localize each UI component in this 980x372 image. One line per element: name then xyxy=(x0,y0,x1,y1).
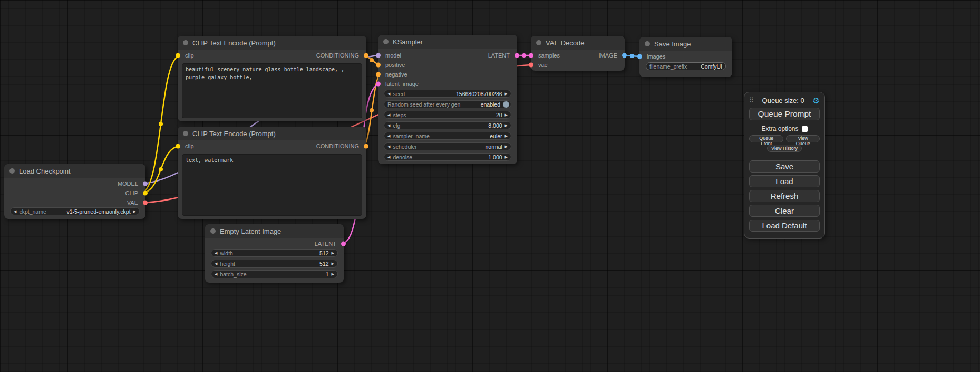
widget-width[interactable]: ◀ width 512 ▶ xyxy=(211,249,338,257)
model-input-socket[interactable] xyxy=(376,53,381,58)
toggle-knob-icon[interactable] xyxy=(503,101,509,108)
negative-prompt-textarea[interactable]: text, watermark xyxy=(182,154,362,216)
collapse-dot-icon[interactable] xyxy=(183,131,188,136)
widget-cfg[interactable]: ◀ cfg 8.000 ▶ xyxy=(384,121,511,129)
increment-icon[interactable]: ▶ xyxy=(505,92,508,96)
widget-value: 512 xyxy=(319,261,329,267)
increment-icon[interactable]: ▶ xyxy=(505,155,508,159)
decrement-icon[interactable]: ◀ xyxy=(14,209,16,213)
widget-height[interactable]: ◀ height 512 ▶ xyxy=(211,260,338,268)
node-title-bar[interactable]: Empty Latent Image xyxy=(205,224,344,238)
decrement-icon[interactable]: ◀ xyxy=(215,272,217,276)
slot-row: images xyxy=(639,52,732,61)
latent-image-input-socket[interactable] xyxy=(376,82,381,87)
image-output-socket[interactable] xyxy=(622,53,627,58)
node-title-bar[interactable]: VAE Decode xyxy=(531,36,625,50)
collapse-dot-icon[interactable] xyxy=(9,168,15,174)
output-slot-latent: LATENT xyxy=(205,239,344,249)
increment-icon[interactable]: ▶ xyxy=(332,262,334,265)
widget-denoise[interactable]: ◀ denoise 1.000 ▶ xyxy=(384,153,511,161)
positive-input-socket[interactable] xyxy=(376,63,381,68)
collapse-dot-icon[interactable] xyxy=(536,40,541,45)
latent-output-socket[interactable] xyxy=(515,53,519,58)
decrement-icon[interactable]: ◀ xyxy=(387,92,390,96)
wire-dot-clip-positive xyxy=(159,122,163,126)
slot-label-conditioning: CONDITIONING xyxy=(316,143,359,149)
slot-label-conditioning: CONDITIONING xyxy=(316,52,359,59)
slot-label-latent: LATENT xyxy=(488,52,510,59)
node-clip-text-encode-negative[interactable]: CLIP Text Encode (Prompt) clip CONDITION… xyxy=(178,127,366,219)
increment-icon[interactable]: ▶ xyxy=(505,134,508,138)
widget-scheduler[interactable]: ◀ scheduler normal ▶ xyxy=(384,142,511,150)
widget-ckpt-name[interactable]: ◀ ckpt_name v1-5-pruned-emaonly.ckpt ▶ xyxy=(10,207,140,215)
extra-options-checkbox[interactable] xyxy=(802,126,808,132)
widget-batch-size[interactable]: ◀ batch_size 1 ▶ xyxy=(211,270,338,278)
clip-output-socket[interactable] xyxy=(143,191,148,196)
node-vae-decode[interactable]: VAE Decode samples IMAGE vae xyxy=(531,36,625,71)
node-save-image[interactable]: Save Image images filename_prefix ComfyU… xyxy=(639,37,732,77)
vae-input-socket[interactable] xyxy=(529,63,533,68)
collapse-dot-icon[interactable] xyxy=(645,41,650,46)
settings-gear-icon[interactable]: ⚙ xyxy=(813,97,820,104)
decrement-icon[interactable]: ◀ xyxy=(387,145,390,148)
decrement-icon[interactable]: ◀ xyxy=(387,113,390,117)
slot-label-clip: clip xyxy=(185,143,194,149)
decrement-icon[interactable]: ◀ xyxy=(387,134,390,138)
node-load-checkpoint[interactable]: Load Checkpoint MODEL CLIP VAE ◀ ckpt_na… xyxy=(4,164,145,219)
increment-icon[interactable]: ▶ xyxy=(505,145,508,148)
increment-icon[interactable]: ▶ xyxy=(133,209,136,213)
clear-button[interactable]: Clear xyxy=(749,205,820,217)
queue-prompt-button[interactable]: Queue Prompt xyxy=(749,108,820,120)
increment-icon[interactable]: ▶ xyxy=(505,123,508,127)
output-slot-model: MODEL xyxy=(4,179,145,188)
collapse-dot-icon[interactable] xyxy=(210,228,216,234)
drag-handle-icon[interactable]: ⠿ xyxy=(749,97,754,104)
node-ksampler[interactable]: KSampler model LATENT positive negative … xyxy=(378,35,517,164)
increment-icon[interactable]: ▶ xyxy=(332,272,334,276)
output-slot-clip: CLIP xyxy=(4,188,145,198)
increment-icon[interactable]: ▶ xyxy=(505,113,508,117)
refresh-button[interactable]: Refresh xyxy=(749,190,820,202)
node-title-bar[interactable]: CLIP Text Encode (Prompt) xyxy=(178,127,366,140)
clip-input-socket[interactable] xyxy=(176,53,180,58)
widget-label: steps xyxy=(393,112,406,118)
queue-front-button[interactable]: Queue Front xyxy=(749,135,783,142)
node-graph-canvas[interactable]: Load Checkpoint MODEL CLIP VAE ◀ ckpt_na… xyxy=(0,0,980,372)
node-title-bar[interactable]: KSampler xyxy=(378,35,517,49)
decrement-icon[interactable]: ◀ xyxy=(387,155,390,159)
clip-input-socket[interactable] xyxy=(176,144,180,149)
latent-output-socket[interactable] xyxy=(341,242,346,246)
node-clip-text-encode-positive[interactable]: CLIP Text Encode (Prompt) clip CONDITION… xyxy=(178,36,366,121)
node-title-bar[interactable]: CLIP Text Encode (Prompt) xyxy=(178,36,366,50)
view-queue-button[interactable]: View Queue xyxy=(786,135,820,142)
slot-label: MODEL xyxy=(118,180,138,187)
view-history-button[interactable]: View History xyxy=(767,145,802,152)
positive-prompt-textarea[interactable]: beautiful scenery nature glass bottle la… xyxy=(182,63,362,118)
decrement-icon[interactable]: ◀ xyxy=(387,123,390,127)
widget-seed[interactable]: ◀ seed 156680208700286 ▶ xyxy=(384,90,511,98)
conditioning-output-socket[interactable] xyxy=(364,53,368,58)
node-title: Save Image xyxy=(654,40,691,48)
vae-output-socket[interactable] xyxy=(143,201,148,205)
node-title-bar[interactable]: Save Image xyxy=(639,37,732,51)
save-button[interactable]: Save xyxy=(749,160,820,173)
collapse-dot-icon[interactable] xyxy=(383,39,389,44)
samples-input-socket[interactable] xyxy=(529,53,533,58)
widget-steps[interactable]: ◀ steps 20 ▶ xyxy=(384,111,511,119)
widget-random-seed-toggle[interactable]: Random seed after every gen enabled xyxy=(384,100,511,108)
widget-label: Random seed after every gen xyxy=(387,101,460,108)
widget-filename-prefix[interactable]: filename_prefix ComfyUI xyxy=(646,62,726,70)
negative-input-socket[interactable] xyxy=(376,72,381,77)
node-title-bar[interactable]: Load Checkpoint xyxy=(4,164,145,178)
collapse-dot-icon[interactable] xyxy=(183,40,188,45)
increment-icon[interactable]: ▶ xyxy=(332,251,334,255)
decrement-icon[interactable]: ◀ xyxy=(215,262,217,265)
widget-sampler-name[interactable]: ◀ sampler_name euler ▶ xyxy=(384,132,511,140)
decrement-icon[interactable]: ◀ xyxy=(215,251,217,255)
conditioning-output-socket[interactable] xyxy=(364,144,368,149)
model-output-socket[interactable] xyxy=(143,182,148,186)
images-input-socket[interactable] xyxy=(637,54,642,59)
node-empty-latent-image[interactable]: Empty Latent Image LATENT ◀ width 512 ▶ … xyxy=(205,224,344,283)
load-button[interactable]: Load xyxy=(749,175,820,187)
load-default-button[interactable]: Load Default xyxy=(749,220,820,232)
